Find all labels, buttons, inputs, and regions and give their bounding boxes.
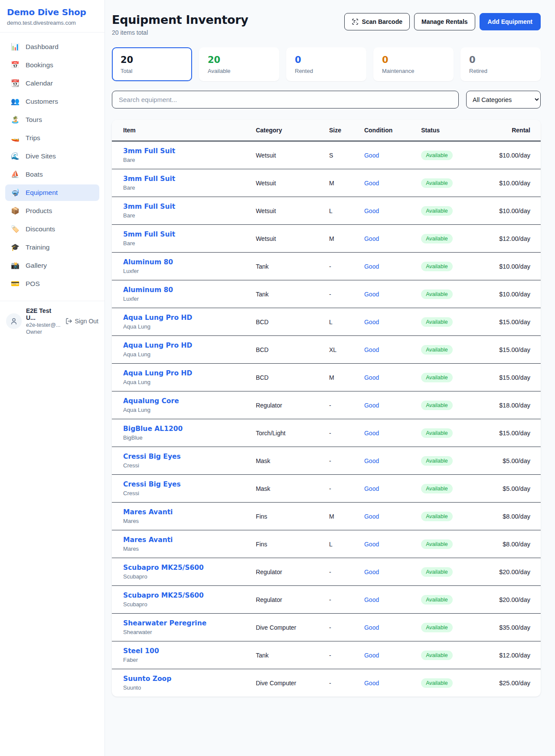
sidebar-item-pos[interactable]: 💳POS bbox=[5, 276, 99, 292]
cell-status: Available bbox=[414, 586, 475, 614]
condition-link[interactable]: Good bbox=[364, 235, 379, 242]
cell-item: Scubapro MK25/S600Scubapro bbox=[112, 586, 249, 614]
sidebar-item-training[interactable]: 🎓Training bbox=[5, 239, 99, 256]
item-brand: Bare bbox=[123, 240, 242, 247]
manage-rentals-button[interactable]: Manage Rentals bbox=[414, 13, 475, 30]
cell-rental-price: $10.00/day bbox=[475, 280, 541, 308]
condition-link[interactable]: Good bbox=[364, 569, 379, 575]
condition-link[interactable]: Good bbox=[364, 513, 379, 520]
sidebar-item-dive-sites[interactable]: 🌊Dive Sites bbox=[5, 148, 99, 164]
condition-link[interactable]: Good bbox=[364, 263, 379, 270]
cell-status: Available bbox=[414, 558, 475, 586]
condition-link[interactable]: Good bbox=[364, 485, 379, 492]
stat-card-available[interactable]: 20Available bbox=[199, 47, 279, 81]
cell-category: Fins bbox=[249, 530, 322, 558]
item-name-link[interactable]: Aqua Lung Pro HD bbox=[123, 342, 192, 349]
item-name-link[interactable]: 3mm Full Suit bbox=[123, 175, 175, 183]
cell-size: M bbox=[322, 169, 357, 197]
condition-link[interactable]: Good bbox=[364, 652, 379, 659]
cell-item: Cressi Big EyesCressi bbox=[112, 475, 249, 503]
stat-card-rented[interactable]: 0Rented bbox=[286, 47, 366, 81]
cell-rental-price: $15.00/day bbox=[475, 336, 541, 364]
item-name-link[interactable]: Steel 100 bbox=[123, 647, 159, 655]
sidebar-item-bookings[interactable]: 📅Bookings bbox=[5, 57, 99, 73]
cell-item: Aluminum 80Luxfer bbox=[112, 253, 249, 280]
item-brand: Bare bbox=[123, 212, 242, 219]
header-actions: Scan Barcode Manage Rentals Add Equipmen… bbox=[344, 13, 541, 30]
item-brand: Aqua Lung bbox=[123, 407, 242, 413]
item-name-link[interactable]: Scubapro MK25/S600 bbox=[123, 592, 204, 599]
condition-link[interactable]: Good bbox=[364, 180, 379, 187]
item-name-link[interactable]: Aqua Lung Pro HD bbox=[123, 369, 192, 377]
item-name-link[interactable]: Scubapro MK25/S600 bbox=[123, 564, 204, 572]
stat-card-total[interactable]: 20Total bbox=[112, 47, 192, 81]
cell-item: Cressi Big EyesCressi bbox=[112, 447, 249, 475]
condition-link[interactable]: Good bbox=[364, 430, 379, 437]
cell-status: Available bbox=[414, 669, 475, 697]
sidebar-item-boats[interactable]: ⛵Boats bbox=[5, 166, 99, 183]
search-input[interactable] bbox=[112, 91, 459, 108]
condition-link[interactable]: Good bbox=[364, 541, 379, 548]
item-name-link[interactable]: Aluminum 80 bbox=[123, 258, 173, 266]
item-name-link[interactable]: Cressi Big Eyes bbox=[123, 453, 181, 460]
item-name-link[interactable]: Mares Avanti bbox=[123, 536, 173, 544]
item-name-link[interactable]: Mares Avanti bbox=[123, 508, 173, 516]
camera-icon: 📸 bbox=[10, 262, 20, 269]
table-row: Aqua Lung Pro HDAqua LungBCDMGoodAvailab… bbox=[112, 364, 541, 391]
status-badge: Available bbox=[421, 151, 453, 160]
stat-card-maintenance[interactable]: 0Maintenance bbox=[373, 47, 454, 81]
item-name-link[interactable]: BigBlue AL1200 bbox=[123, 425, 183, 433]
table-row: 3mm Full SuitBareWetsuitMGoodAvailable$1… bbox=[112, 169, 541, 197]
cell-size: S bbox=[322, 141, 357, 169]
item-name-link[interactable]: 5mm Full Suit bbox=[123, 230, 175, 238]
item-name-link[interactable]: Aqua Lung Pro HD bbox=[123, 314, 192, 322]
stat-card-retired[interactable]: 0Retired bbox=[460, 47, 541, 81]
item-name-link[interactable]: 3mm Full Suit bbox=[123, 147, 175, 155]
condition-link[interactable]: Good bbox=[364, 624, 379, 631]
condition-link[interactable]: Good bbox=[364, 596, 379, 603]
equipment-table-card: ItemCategorySizeConditionStatusRental 3m… bbox=[112, 120, 541, 697]
sidebar-item-dashboard[interactable]: 📊Dashboard bbox=[5, 39, 99, 55]
condition-link[interactable]: Good bbox=[364, 374, 379, 381]
condition-link[interactable]: Good bbox=[364, 207, 379, 214]
item-name-link[interactable]: Aluminum 80 bbox=[123, 286, 173, 294]
scan-barcode-button[interactable]: Scan Barcode bbox=[344, 13, 410, 30]
condition-link[interactable]: Good bbox=[364, 152, 379, 159]
sidebar-item-equipment[interactable]: 🤿Equipment bbox=[5, 184, 99, 201]
item-name-link[interactable]: Aqualung Core bbox=[123, 397, 179, 405]
cell-rental-price: $12.00/day bbox=[475, 641, 541, 669]
item-brand: Faber bbox=[123, 657, 242, 663]
stat-label: Total bbox=[121, 68, 183, 74]
cell-condition: Good bbox=[357, 364, 414, 391]
condition-link[interactable]: Good bbox=[364, 457, 379, 464]
cell-rental-price: $10.00/day bbox=[475, 253, 541, 280]
cell-status: Available bbox=[414, 225, 475, 253]
sidebar-item-tours[interactable]: 🏝️Tours bbox=[5, 112, 99, 128]
sidebar-user-footer: E2E Test U... e2e-tester@... Owner Sign … bbox=[0, 301, 104, 341]
sidebar-item-products[interactable]: 📦Products bbox=[5, 203, 99, 219]
category-filter-select[interactable]: All Categories bbox=[466, 91, 541, 108]
add-equipment-button[interactable]: Add Equipment bbox=[480, 13, 541, 30]
condition-link[interactable]: Good bbox=[364, 291, 379, 298]
cell-item: Scubapro MK25/S600Scubapro bbox=[112, 558, 249, 586]
cell-rental-price: $25.00/day bbox=[475, 669, 541, 697]
item-name-link[interactable]: 3mm Full Suit bbox=[123, 203, 175, 210]
cell-category: Dive Computer bbox=[249, 669, 322, 697]
sidebar-item-discounts[interactable]: 🏷️Discounts bbox=[5, 221, 99, 237]
condition-link[interactable]: Good bbox=[364, 680, 379, 687]
item-name-link[interactable]: Shearwater Peregrine bbox=[123, 619, 206, 627]
stat-label: Retired bbox=[469, 68, 532, 74]
cell-rental-price: $35.00/day bbox=[475, 614, 541, 641]
item-name-link[interactable]: Suunto Zoop bbox=[123, 675, 171, 683]
sidebar-item-gallery[interactable]: 📸Gallery bbox=[5, 257, 99, 274]
sidebar-item-trips[interactable]: 🚤Trips bbox=[5, 130, 99, 146]
sidebar-item-customers[interactable]: 👥Customers bbox=[5, 93, 99, 110]
condition-link[interactable]: Good bbox=[364, 319, 379, 325]
item-name-link[interactable]: Cressi Big Eyes bbox=[123, 480, 181, 488]
sign-out-button[interactable]: Sign Out bbox=[65, 318, 98, 325]
cell-category: Tank bbox=[249, 253, 322, 280]
condition-link[interactable]: Good bbox=[364, 346, 379, 353]
condition-link[interactable]: Good bbox=[364, 402, 379, 409]
sidebar-item-calendar[interactable]: 📆Calendar bbox=[5, 75, 99, 92]
table-row: Steel 100FaberTank-GoodAvailable$12.00/d… bbox=[112, 641, 541, 669]
